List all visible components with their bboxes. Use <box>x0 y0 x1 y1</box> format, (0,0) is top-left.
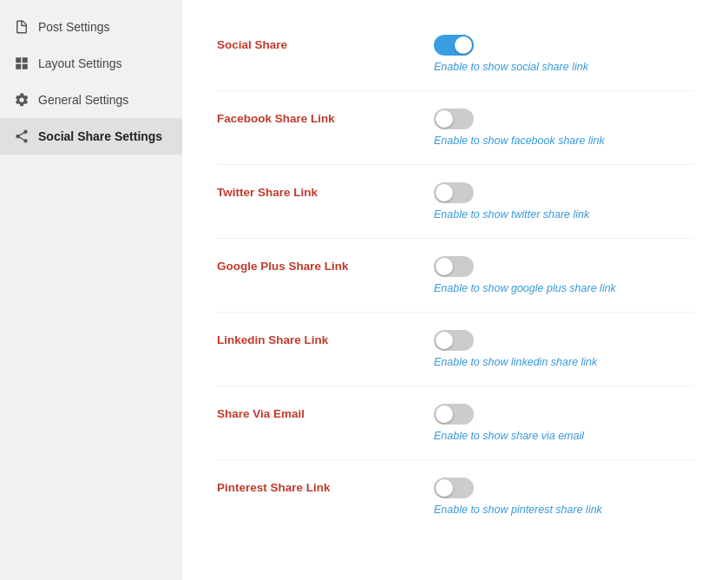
description-prefix-linkedin: Enable to show <box>434 356 511 368</box>
setting-row-pinterest-share: Pinterest Share Link Enable to show pint… <box>217 460 693 533</box>
setting-row-facebook-share: Facebook Share Link Enable to show faceb… <box>217 91 693 165</box>
toggle-slider-social-share <box>434 35 474 56</box>
setting-row-google-plus-share: Google Plus Share Link Enable to show go… <box>217 239 693 313</box>
toggle-social-share[interactable] <box>434 35 474 56</box>
setting-row-twitter-share: Twitter Share Link Enable to show twitte… <box>217 165 693 239</box>
sidebar-item-social-share-settings-label: Social Share Settings <box>38 129 162 143</box>
description-social-share: Enable to show social share link <box>434 61 588 73</box>
setting-control-facebook-share: Enable to show facebook share link <box>434 109 605 147</box>
gear-icon <box>14 92 30 108</box>
sidebar: Post Settings Layout Settings General Se… <box>0 0 182 580</box>
toggle-pinterest-share[interactable] <box>434 478 474 498</box>
main-content: Social Share Enable to show social share… <box>182 0 728 580</box>
toggle-slider-share-via-email <box>434 404 474 425</box>
toggle-facebook-share[interactable] <box>434 109 474 129</box>
description-prefix-social-share: Enable to show <box>434 61 511 73</box>
toggle-slider-google-plus-share <box>434 256 474 277</box>
description-prefix-facebook: Enable to show <box>434 135 511 147</box>
setting-label-social-share: Social Share <box>217 35 408 51</box>
sidebar-item-post-settings-label: Post Settings <box>38 20 110 34</box>
description-prefix-google-plus: Enable to show <box>434 282 511 294</box>
setting-label-google-plus-share: Google Plus Share Link <box>217 256 408 273</box>
sidebar-item-general-settings[interactable]: General Settings <box>0 82 182 118</box>
layout-icon <box>14 56 30 71</box>
toggle-twitter-share[interactable] <box>434 182 474 203</box>
setting-control-share-via-email: Enable to show share via email <box>434 404 584 442</box>
setting-label-facebook-share: Facebook Share Link <box>217 109 408 125</box>
description-share-via-email: Enable to show share via email <box>434 430 584 442</box>
sidebar-item-layout-settings-label: Layout Settings <box>38 56 122 70</box>
setting-row-linkedin-share: Linkedin Share Link Enable to show linke… <box>217 313 693 386</box>
description-twitter-share: Enable to show twitter share link <box>434 208 589 221</box>
setting-label-linkedin-share: Linkedin Share Link <box>217 330 408 346</box>
description-link-pinterest: pinterest share link <box>511 504 602 516</box>
toggle-slider-pinterest-share <box>434 478 474 498</box>
toggle-slider-linkedin-share <box>434 330 474 351</box>
setting-control-twitter-share: Enable to show twitter share link <box>434 182 589 221</box>
description-prefix-email: Enable to show <box>434 430 511 442</box>
setting-label-pinterest-share: Pinterest Share Link <box>217 478 408 494</box>
description-linkedin-share: Enable to show linkedin share link <box>434 356 597 368</box>
toggle-google-plus-share[interactable] <box>434 256 474 277</box>
description-link-twitter: twitter share link <box>511 208 589 221</box>
description-link-social-share: social share link <box>511 61 588 73</box>
setting-label-twitter-share: Twitter Share Link <box>217 182 408 199</box>
description-link-email: share via email <box>511 430 584 442</box>
share-icon <box>14 129 30 144</box>
description-prefix-pinterest: Enable to show <box>434 504 511 516</box>
description-facebook-share: Enable to show facebook share link <box>434 135 605 147</box>
description-google-plus-share: Enable to show google plus share link <box>434 282 616 294</box>
setting-control-linkedin-share: Enable to show linkedin share link <box>434 330 597 368</box>
description-link-google-plus: google plus share link <box>511 282 616 294</box>
setting-control-social-share: Enable to show social share link <box>434 35 588 73</box>
description-prefix-twitter: Enable to show <box>434 208 511 221</box>
setting-control-pinterest-share: Enable to show pinterest share link <box>434 478 602 516</box>
toggle-slider-facebook-share <box>434 109 474 129</box>
toggle-linkedin-share[interactable] <box>434 330 474 351</box>
toggle-slider-twitter-share <box>434 182 474 203</box>
setting-row-social-share: Social Share Enable to show social share… <box>217 17 693 91</box>
sidebar-item-social-share-settings[interactable]: Social Share Settings <box>0 118 182 155</box>
toggle-share-via-email[interactable] <box>434 404 474 425</box>
file-icon <box>14 19 30 35</box>
description-link-linkedin: linkedin share link <box>511 356 597 368</box>
setting-control-google-plus-share: Enable to show google plus share link <box>434 256 616 294</box>
sidebar-item-layout-settings[interactable]: Layout Settings <box>0 45 182 82</box>
description-link-facebook: facebook share link <box>511 135 605 147</box>
sidebar-item-general-settings-label: General Settings <box>38 93 128 107</box>
sidebar-item-post-settings[interactable]: Post Settings <box>0 9 182 45</box>
description-pinterest-share: Enable to show pinterest share link <box>434 504 602 516</box>
setting-label-share-via-email: Share Via Email <box>217 404 408 420</box>
setting-row-share-via-email: Share Via Email Enable to show share via… <box>217 386 693 460</box>
